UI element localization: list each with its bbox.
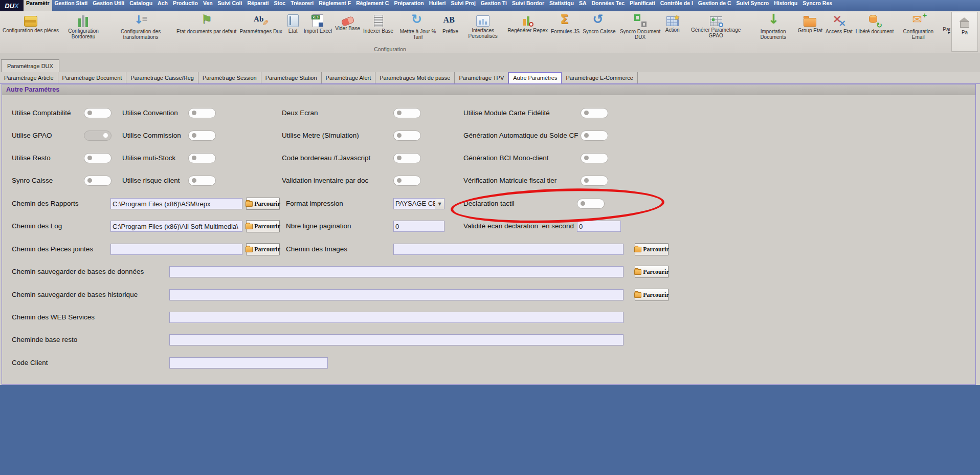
toggle-verification-matricule-fiscal-tier[interactable] (581, 176, 608, 186)
tab-parametrage-alert[interactable]: Paramétrage Alert (322, 72, 376, 83)
toggle-code-bordereau-f-javascript[interactable] (393, 153, 421, 163)
toggle-utilise-commission[interactable] (188, 131, 216, 141)
toggle-generation-automatique-du-solde-cf[interactable] (581, 131, 608, 141)
tab-parametrage-e-commerce[interactable]: Paramétrage E-Commerce (562, 72, 637, 83)
chemin-des-log-input[interactable] (110, 221, 242, 232)
ribbon-item-regenerer-repex[interactable]: Regénérer Repex (506, 13, 549, 33)
menu-item-reglement-c[interactable]: Règlement C (353, 0, 391, 11)
tab-parametrage-dux[interactable]: Paramétrage DUX (1, 59, 59, 72)
ribbon-item-etat[interactable]: Etat (284, 13, 302, 34)
toggle-utilise-risque-client[interactable] (188, 176, 216, 186)
menu-item-suivi-syncro[interactable]: Suivi Syncro (734, 0, 772, 11)
menu-item-ach[interactable]: Ach (155, 0, 170, 11)
ribbon-item-configuration-des-pieces[interactable]: Configuration des piéces (1, 13, 60, 33)
ribbon-item-mettre-a-jour-tarif[interactable]: Mettre à Jour % Tarif (395, 13, 441, 40)
tab-parametrage-document[interactable]: Paramétrage Document (58, 72, 127, 83)
parcourir-button[interactable]: Parcourir (246, 220, 280, 232)
ribbon-item-etat-documents-par-defaut[interactable]: Etat documents par defaut (175, 13, 238, 34)
ribbon-item-configuration-email[interactable]: Configuration Email (895, 13, 941, 40)
parcourir-button[interactable]: Parcourir (635, 266, 669, 278)
toggle-utilise-convention[interactable] (188, 108, 216, 118)
toggle-utilise-gpao[interactable] (84, 131, 112, 141)
menu-item-reglement-f[interactable]: Règlement F (316, 0, 353, 11)
chemin-sauvegarder-de-bases-historique-input[interactable] (169, 289, 623, 300)
ribbon-item-configuration-des-transformations[interactable]: Configuration des transformations (106, 13, 175, 40)
chemin-des-images-input[interactable] (393, 244, 623, 255)
toggle-utilise-metre-simulation[interactable] (393, 131, 421, 141)
chemin-des-web-services-input[interactable] (169, 312, 623, 323)
menu-item-historiqu[interactable]: Historiqu (771, 0, 800, 11)
ribbon-item-interfaces-personalises[interactable]: Interfaces Personalisés (460, 13, 506, 39)
tab-parametrage-session[interactable]: Paramétrage Session (198, 72, 261, 83)
package-icon (24, 16, 37, 27)
code-client-input[interactable] (169, 357, 328, 369)
ribbon-item-label: Interfaces Personalisés (461, 28, 504, 39)
menu-item-controle-de-l[interactable]: Contrôle de l (658, 0, 696, 11)
menu-item-suivi-bordor[interactable]: Suivi Bordor (509, 0, 547, 11)
menu-item-gestion-utili[interactable]: Gestion Utili (90, 0, 127, 11)
toggle-utilise-muti-stock[interactable] (188, 153, 216, 163)
menu-item-tresoreri[interactable]: Trésoreri (288, 0, 316, 11)
menu-item-parametr[interactable]: Paramètr (24, 0, 52, 11)
menu-item-ven[interactable]: Ven (201, 0, 215, 11)
menu-item-suivi-coli[interactable]: Suivi Coli (215, 0, 245, 11)
menu-item-catalogu[interactable]: Catalogu (127, 0, 155, 11)
tab-parametrage-article[interactable]: Paramétrage Article (0, 72, 58, 83)
menu-item-sa[interactable]: SA (576, 0, 589, 11)
menu-item-huileri[interactable]: Huileri (427, 0, 449, 11)
toggle-utilise-resto[interactable] (84, 153, 112, 163)
ribbon-item-syncro-caisse[interactable]: Syncro Caisse (581, 13, 617, 34)
ribbon-item-libere-document[interactable]: Libéré document (854, 13, 896, 34)
menu-item-suivi-proj[interactable]: Suivi Proj (448, 0, 478, 11)
parcourir-button[interactable]: Parcourir (635, 243, 669, 255)
ribbon-item-group-etat[interactable]: Group Etat (796, 13, 824, 33)
tab-autre-parametres[interactable]: Autre Paramétres (508, 72, 562, 83)
ribbon-item-action[interactable]: Action (663, 13, 682, 33)
ribbon-item-syncro-document-dux[interactable]: Syncro Document DUX (617, 13, 663, 40)
menu-item-statistiqu[interactable]: Statistiqu (547, 0, 576, 11)
menu-item-donnees-tec[interactable]: Données Tec (589, 0, 627, 11)
nbre-ligne-pagination-input[interactable] (393, 221, 444, 232)
ribbon-item-vider-base[interactable]: Vider Base (333, 13, 362, 31)
format-impression-select[interactable]: PAYSAGE CEN▼ (393, 198, 444, 209)
ribbon-item-parametrages-dux[interactable]: Paramétrages Dux (238, 13, 283, 34)
tab-parametrage-tpv[interactable]: Paramétrage TPV (455, 72, 508, 83)
menu-item-preparation[interactable]: Préparation (391, 0, 426, 11)
validite-ecan-declaration-en-second-input[interactable] (577, 221, 621, 232)
menu-item-reparati[interactable]: Réparati (244, 0, 271, 11)
ribbon-item-prefixe[interactable]: Préfixe (441, 13, 460, 34)
toggle-deux-ecran[interactable] (393, 108, 421, 118)
chemin-sauvegarder-de-bases-de-donnees-input[interactable] (169, 266, 623, 277)
chemin-des-pieces-jointes-input[interactable] (110, 244, 242, 255)
menu-item-gestion-de-c[interactable]: Gestion de C (696, 0, 734, 11)
ribbon-item-indexer-base[interactable]: Indexer Base (362, 13, 395, 34)
toggle-synro-caisse[interactable] (84, 176, 112, 186)
chemin-des-rapports-input[interactable] (110, 198, 242, 209)
parcourir-button[interactable]: Parcourir (635, 289, 669, 301)
menu-item-stoc[interactable]: Stoc (271, 0, 288, 11)
tab-parametrage-caisse-reg[interactable]: Parametrage Caisse/Reg (126, 72, 198, 83)
tab-parametrages-mot-de-passe[interactable]: Parametrages Mot de passe (375, 72, 455, 83)
ribbon-item-formules-js[interactable]: Formules JS (549, 13, 581, 34)
ribbon-item-access-etat[interactable]: Access Etat (824, 13, 854, 34)
toggle-generation-bci-mono-client[interactable] (581, 153, 608, 163)
ribbon-item-generer-parametrage-gpao[interactable]: Générer Parametrage GPAO (682, 13, 750, 38)
toggle-validation-inventaire-par-doc[interactable] (393, 176, 421, 186)
ribbon-overflow-arrow-icon[interactable]: ▸ (948, 30, 950, 35)
parcourir-button[interactable]: Parcourir (246, 243, 280, 255)
menu-item-productio[interactable]: Productio (170, 0, 201, 11)
chevron-down-icon[interactable]: ▼ (435, 199, 444, 209)
parcourir-button[interactable]: Parcourir (246, 198, 280, 210)
ribbon-item-configuration-bordoreau[interactable]: Configuration Bordoreau (60, 13, 106, 39)
tab-parametrage-station[interactable]: Paramétrage Station (261, 72, 322, 83)
menu-item-planificati[interactable]: Planificati (627, 0, 658, 11)
menu-item-gestion-ti[interactable]: Gestion Ti (478, 0, 509, 11)
menu-item-gestion-stati[interactable]: Gestion Stati (52, 0, 91, 11)
menu-item-syncro-res[interactable]: Syncro Res (800, 0, 835, 11)
toggle-utilise-module-carte-fidelite[interactable] (581, 108, 608, 118)
ribbon-overflow-panel[interactable]: Pa (951, 12, 978, 52)
ribbon-item-import-excel[interactable]: Import Excel (302, 13, 334, 34)
cheminde-base-resto-input[interactable] (169, 334, 623, 346)
ribbon-item-importation-documents[interactable]: Importation Documents (750, 13, 796, 40)
toggle-utilise-comptabilite[interactable] (84, 108, 112, 118)
